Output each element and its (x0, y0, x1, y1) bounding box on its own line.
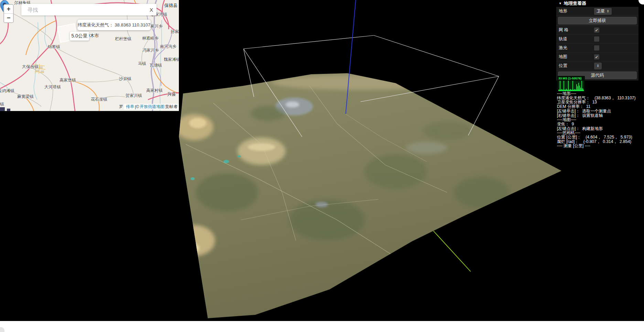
map-place-label: 沙峁镇 (119, 76, 131, 82)
map-place-label: 孙家沟 (171, 29, 179, 35)
position-select[interactable]: ⇕ (594, 63, 602, 69)
map-place-label: 南河沟乡 (160, 44, 176, 49)
orbit-label: 轨道 (559, 36, 594, 42)
map-place-label: 冯家川乡 (142, 47, 159, 53)
geo-viewer-panel: ▼ 地理查看器 地形 卫星 ⇕ 立即捕获 网 格 ✓ 轨道 激光 地图 ✓ (556, 0, 638, 80)
map-place-label: 高家堡镇 (60, 77, 76, 83)
info-line: [左键单击]： 选取一个测量点 (557, 109, 644, 113)
capture-row: 立即捕获 (556, 16, 638, 26)
map-place-label: 兴县 (167, 91, 176, 97)
zoom-in-button[interactable]: + (4, 5, 13, 14)
terrain-select-value: 卫星 (597, 8, 605, 14)
position-label: 位置 (559, 63, 594, 69)
leaflet-link[interactable]: 传单 (126, 104, 134, 110)
laser-label: 激光 (559, 45, 594, 51)
orbit-row: 轨道 (556, 35, 638, 44)
grid-row: 网 格 ✓ (556, 26, 638, 35)
search-close-button[interactable]: X (146, 7, 157, 13)
terrain-mesh (174, 73, 561, 318)
map-place-label: 贺家川镇 (126, 93, 142, 99)
terrain-select[interactable]: 卫星 ⇕ (594, 8, 612, 15)
measure-distance-label: 5.0公里 (70, 32, 89, 41)
chevron-down-icon: ▼ (559, 2, 562, 5)
map-place-label: 麻黄梁镇 (17, 94, 34, 100)
zoom-out-button[interactable]: − (4, 14, 13, 22)
map-place-label: 大河塔镇 (44, 84, 61, 90)
bottom-bar-glyph (0, 327, 4, 332)
info-line: DEM 分辨率： 11 (557, 104, 644, 109)
laser-row: 激光 (556, 44, 638, 53)
map-place-label: 大保当镇 (22, 64, 39, 70)
map-place-label: 花石崖镇 (91, 97, 107, 102)
minimap[interactable]: 尔林兔镇 保德县 汤家湾镇 韩家川乡 孙家沟 神木市 栏杆堡镇 林遮峪乡 南河沟… (0, 0, 179, 111)
position-row: 位置 ⇕ (556, 62, 638, 70)
osm-link[interactable]: 开放街道地图 (140, 104, 164, 110)
map-place-label: 罗 (119, 104, 123, 110)
map-checkbox[interactable]: ✓ (594, 54, 599, 59)
stats-ms-panel[interactable]: 33 MS (1-50576) (557, 76, 585, 92)
map-place-label: 马镇 (138, 61, 146, 67)
map-place-label: 镇 (0, 101, 4, 107)
map-place-label: 金鸡滩镇 (0, 88, 14, 94)
search-input[interactable] (21, 7, 146, 13)
map-place-label: 锦界镇 (48, 44, 60, 50)
panel-title-bar[interactable]: ▼ 地理查看器 (556, 0, 638, 7)
map-place-label: 保德县 (164, 2, 178, 9)
map-place-label: 魏家滩镇 (164, 57, 179, 63)
select-arrows-icon: ⇕ (597, 64, 599, 68)
capture-now-button[interactable]: 立即捕获 (558, 17, 637, 24)
map-attribution: 传单 |© 开放街道地图 贡献者 (124, 104, 179, 110)
info-line: ---- 测量 [公里] ---- (557, 144, 644, 148)
map-place-label: 瓦塘镇 (150, 63, 162, 68)
map-place-label: 高家村镇 (146, 88, 163, 93)
select-arrows-icon: ⇕ (607, 9, 609, 13)
info-line: ----地形---- (557, 91, 644, 96)
axis-green (433, 231, 471, 272)
bottom-bar (0, 321, 644, 332)
terrain-label: 地形 (559, 8, 594, 14)
map-place-label: 林遮峪乡 (142, 35, 159, 41)
orbit-checkbox[interactable] (594, 36, 599, 42)
coords-tooltip: 纬度液化天然气： 38.8363 110.3107 (77, 20, 151, 30)
attribution-suffix: 贡献者 (165, 104, 178, 110)
terrain-row: 地形 卫星 ⇕ (556, 7, 638, 16)
grid-checkbox[interactable]: ✓ (594, 27, 599, 33)
info-line: 变焦： 9 (557, 122, 644, 126)
water-area (7, 109, 10, 111)
info-readout: ----地形---- 纬度液化天然气： (38.8363， 110.3107) … (557, 91, 644, 148)
map-toggle-label: 地图 (559, 54, 594, 60)
attribution-separator: |© (135, 104, 139, 109)
app-root: 尔林兔镇 保德县 汤家湾镇 韩家川乡 孙家沟 神木市 栏杆堡镇 林遮峪乡 南河沟… (0, 0, 644, 332)
panel-title: 地理查看器 (564, 0, 586, 7)
info-line: 位置 [公里]： (4.604， 7.525， 5.973) (557, 135, 644, 140)
stats-ms-readout: 33 MS (1-50576) (558, 77, 582, 80)
map-search-bar: X (21, 4, 157, 15)
water-area (0, 107, 5, 111)
map-toggle-row: 地图 ✓ (556, 53, 638, 62)
laser-checkbox[interactable] (594, 45, 599, 51)
map-place-label: 栏杆堡镇 (115, 36, 131, 42)
grid-label: 网 格 (559, 27, 594, 33)
map-zoom-control: + − (3, 4, 14, 23)
